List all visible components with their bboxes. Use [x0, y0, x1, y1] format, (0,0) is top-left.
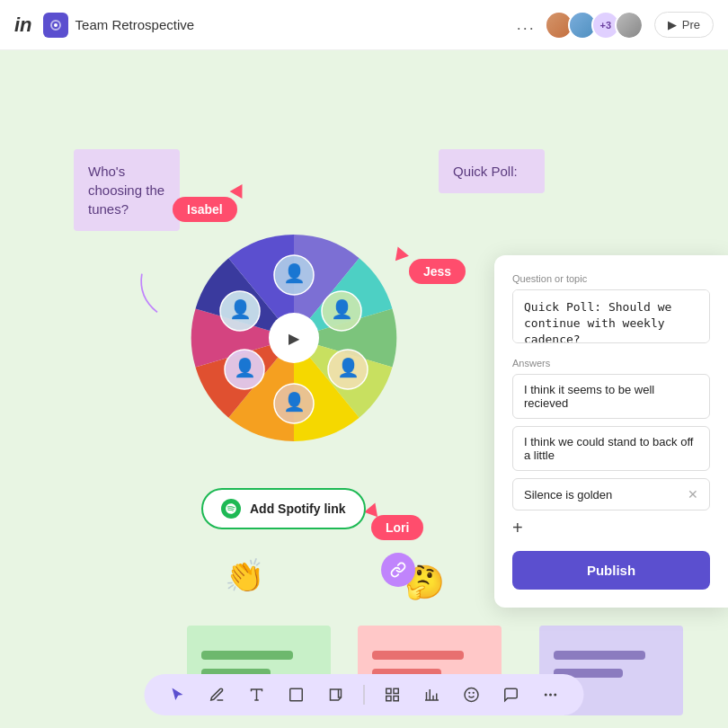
publish-button[interactable]: Publish [512, 551, 710, 590]
app-icon [43, 13, 68, 38]
play-icon: ▶ [668, 18, 677, 31]
cursor-arrow-lori [364, 501, 382, 518]
toolbar [145, 674, 584, 715]
spotify-icon [221, 499, 241, 519]
sticky-quick-poll[interactable]: Quick Poll: [439, 149, 545, 193]
canvas: Who's choosing the tunes? Quick Poll: Is… [0, 50, 728, 728]
spotify-label: Add Spotify link [250, 502, 346, 516]
poll-answer-3: Silence is golden ✕ [512, 478, 710, 510]
present-button[interactable]: ▶ Pre [654, 12, 714, 38]
cursor-arrow-isabel [230, 181, 249, 199]
cursor-tool[interactable] [166, 683, 190, 706]
svg-text:👤: 👤 [283, 262, 306, 284]
chat-tool[interactable] [500, 683, 523, 706]
svg-point-27 [549, 694, 552, 697]
toolbar-divider [364, 685, 365, 705]
text-tool[interactable] [245, 683, 269, 706]
svg-point-0 [54, 23, 58, 27]
link-icon[interactable] [381, 553, 415, 587]
remove-answer-icon[interactable]: ✕ [688, 487, 698, 502]
sticky-line [554, 651, 645, 660]
spin-wheel[interactable]: 👤 👤 👤 👤 👤 👤 ▶ [182, 226, 406, 450]
sticky-who-tunes[interactable]: Who's choosing the tunes? [74, 149, 180, 231]
sticky-line [372, 651, 464, 660]
more-button[interactable]: ... [517, 15, 536, 34]
logo: in [14, 13, 32, 37]
svg-text:👤: 👤 [337, 357, 360, 378]
svg-text:👤: 👤 [331, 298, 353, 320]
chart-tool[interactable] [421, 683, 444, 706]
emoji-tool[interactable] [460, 683, 484, 706]
wheel-svg: 👤 👤 👤 👤 👤 👤 ▶ [182, 226, 406, 450]
page-title: Team Retrospective [75, 17, 517, 32]
svg-text:▶: ▶ [289, 331, 300, 346]
grid-tool[interactable] [381, 683, 404, 706]
curved-arrow [130, 266, 184, 320]
add-answer-button[interactable]: + [512, 518, 710, 538]
svg-text:👤: 👤 [229, 298, 252, 320]
poll-panel: Question or topic Answers I think it see… [494, 255, 728, 608]
avatar-group: +3 [550, 11, 644, 40]
cursor-label-lori: Lori [371, 515, 423, 540]
svg-text:👤: 👤 [234, 357, 256, 378]
svg-rect-22 [290, 688, 303, 701]
sticky-line [201, 651, 293, 660]
answers-label: Answers [512, 358, 710, 368]
question-label: Question or topic [512, 273, 710, 284]
emoji-clap: 👏 [225, 557, 265, 595]
more-tools[interactable] [539, 683, 563, 706]
question-input[interactable] [512, 289, 710, 343]
spotify-button[interactable]: Add Spotify link [201, 488, 366, 529]
navbar: in Team Retrospective ... +3 ▶ Pre [0, 0, 728, 50]
svg-point-26 [545, 694, 547, 697]
avatar-4 [615, 11, 644, 40]
poll-answer-2: I think we could stand to back off a lit… [512, 426, 710, 471]
svg-text:👤: 👤 [283, 391, 306, 413]
cursor-label-isabel: Isabel [173, 197, 237, 222]
rect-tool[interactable] [285, 683, 308, 706]
svg-point-28 [554, 694, 556, 697]
poll-answer-1: I think it seems to be well recieved [512, 374, 710, 419]
pencil-tool[interactable] [206, 683, 229, 706]
cursor-label-jess: Jess [409, 259, 466, 284]
sticky-tool[interactable] [324, 683, 348, 706]
svg-point-23 [465, 688, 478, 702]
